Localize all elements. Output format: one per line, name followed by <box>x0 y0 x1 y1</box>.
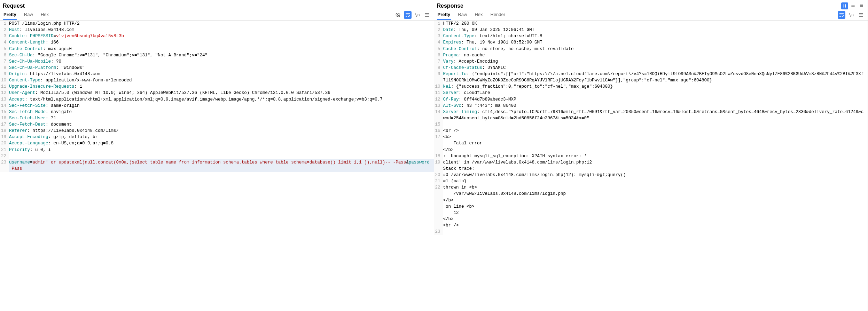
line-content[interactable]: /var/www/livelabs.0x4148.com/lims/login.… <box>443 191 868 197</box>
line-content[interactable]: #1 {main} <box>443 178 868 184</box>
code-line[interactable]: 2Host: livelabs.0x4148.com <box>0 27 434 33</box>
line-content[interactable]: Cf-Cache-Status: DYNAMIC <box>443 65 868 71</box>
code-line[interactable]: 5Cache-Control: no-store, no-cache, must… <box>434 46 868 52</box>
code-line[interactable]: 21Priority: u=0, i <box>0 147 434 153</box>
line-content[interactable]: Content-Length: 166 <box>9 39 434 46</box>
line-content[interactable]: Origin: https://livelabs.0x4148.com <box>9 71 434 77</box>
code-line[interactable]: 22 <box>0 153 434 159</box>
code-line[interactable]: 10Nel: {"success_fraction":0,"report_to"… <box>434 83 868 90</box>
line-content[interactable]: Accept: text/html,application/xhtml+xml,… <box>9 96 434 103</box>
line-content[interactable]: Report-To: {"endpoints":[{"url":"https:\… <box>443 71 868 83</box>
tab-render[interactable]: Render <box>490 10 506 20</box>
code-line[interactable]: 8Cf-Cache-Status: DYNAMIC <box>434 65 868 71</box>
code-line[interactable]: 7Vary: Accept-Encoding <box>434 58 868 65</box>
line-content[interactable]: on line <b> <box>443 204 868 210</box>
code-line[interactable]: 9Report-To: {"endpoints":[{"url":"https:… <box>434 71 868 83</box>
code-line[interactable]: 20Accept-Language: en-US,en;q=0.9,ar;q=0… <box>0 140 434 146</box>
line-content[interactable]: User-Agent: Mozilla/5.0 (Windows NT 10.0… <box>9 90 434 96</box>
wrap-icon[interactable] <box>404 11 412 19</box>
code-line[interactable]: 7Sec-Ch-Ua-Mobile: ?0 <box>0 58 434 65</box>
tab-hex[interactable]: Hex <box>474 10 483 20</box>
code-line[interactable]: 9Origin: https://livelabs.0x4148.com <box>0 71 434 77</box>
line-content[interactable]: Content-Type: application/x-www-form-url… <box>9 77 434 83</box>
equals-button[interactable] <box>850 2 857 9</box>
code-line[interactable]: 1POST /lims/login.php HTTP/2 <box>0 21 434 27</box>
code-line[interactable]: 13Alt-Svc: h3=":443"; ma=86400 <box>434 103 868 109</box>
code-line[interactable]: 1HTTP/2 200 OK <box>434 21 868 27</box>
line-content[interactable] <box>443 121 868 128</box>
code-line[interactable]: <br /> <box>434 222 868 229</box>
code-line[interactable]: /var/www/livelabs.0x4148.com/lims/login.… <box>434 191 868 197</box>
code-line[interactable]: 18Referer: https://livelabs.0x4148.com/l… <box>0 128 434 134</box>
line-content[interactable]: Referer: https://livelabs.0x4148.com/lim… <box>9 128 434 134</box>
response-editor[interactable]: 1HTTP/2 200 OK2Date: Thu, 09 Jan 2025 12… <box>434 21 868 311</box>
line-content[interactable]: <br /> <box>443 128 868 134</box>
code-line[interactable]: 3Content-Type: text/html; charset=UTF-8 <box>434 33 868 39</box>
line-content[interactable]: Cache-Control: no-store, no-cache, must-… <box>443 46 868 52</box>
code-line[interactable]: 17Sec-Fetch-Dest: document <box>0 121 434 128</box>
code-line[interactable]: 14Server-Timing: cfL4;desc="?proto=TCP&r… <box>434 109 868 121</box>
code-line[interactable]: Fatal error <box>434 140 868 146</box>
code-line[interactable]: 6Sec-Ch-Ua: "Google Chrome";v="131", "Ch… <box>0 52 434 58</box>
line-content[interactable]: Accept-Language: en-US,en;q=0.9,ar;q=0.8 <box>9 140 434 146</box>
code-line[interactable]: 12Cf-Ray: 8ff44d7b89abedc3-MXP <box>434 96 868 103</box>
line-content[interactable]: Cf-Ray: 8ff44d7b89abedc3-MXP <box>443 96 868 103</box>
code-line[interactable]: 3Cookie: PHPSESSID=vlvjven6bsndg7kg4val5… <box>0 33 434 39</box>
line-content[interactable]: Content-Type: text/html; charset=UTF-8 <box>443 33 868 39</box>
code-line[interactable]: 23 <box>434 229 868 235</box>
code-line[interactable]: 15Sec-Fetch-Mode: navigate <box>0 109 434 115</box>
code-line[interactable]: 23username=admin' or updatexml(null,conc… <box>0 159 434 172</box>
line-content[interactable]: Date: Thu, 09 Jan 2025 12:06:41 GMT <box>443 27 868 33</box>
tab-raw[interactable]: Raw <box>23 10 34 20</box>
line-content[interactable] <box>443 229 868 235</box>
code-line[interactable]: 11Upgrade-Insecure-Requests: 1 <box>0 83 434 90</box>
line-content[interactable]: POST /lims/login.php HTTP/2 <box>9 21 434 27</box>
line-content[interactable]: <b> <box>443 134 868 140</box>
code-line[interactable]: 16Sec-Fetch-User: ?1 <box>0 115 434 121</box>
code-line[interactable]: 19client' in /var/www/livelabs.0x4148.co… <box>434 159 868 166</box>
line-content[interactable]: Fatal error <box>443 140 868 146</box>
code-line[interactable]: 17<b> <box>434 134 868 140</box>
request-editor[interactable]: 1POST /lims/login.php HTTP/22Host: livel… <box>0 21 434 311</box>
hide-icon[interactable] <box>394 11 402 19</box>
code-line[interactable]: 5Cache-Control: max-age=0 <box>0 46 434 52</box>
code-line[interactable]: 14Sec-Fetch-Site: same-origin <box>0 103 434 109</box>
line-content[interactable]: Priority: u=0, i <box>9 147 434 153</box>
line-content[interactable]: Sec-Ch-Ua-Mobile: ?0 <box>9 58 434 65</box>
code-line[interactable]: 12 <box>434 210 868 216</box>
code-line[interactable]: 20#0 /var/www/livelabs.0x4148.com/lims/l… <box>434 172 868 178</box>
code-line[interactable]: 12User-Agent: Mozilla/5.0 (Windows NT 10… <box>0 90 434 96</box>
code-line[interactable]: 6Pragma: no-cache <box>434 52 868 58</box>
code-line[interactable]: 11Server: cloudflare <box>434 90 868 96</box>
code-line[interactable]: </b> <box>434 147 868 153</box>
line-content[interactable]: Expires: Thu, 19 Nov 1981 08:52:00 GMT <box>443 39 868 46</box>
tab-pretty[interactable]: Pretty <box>3 10 17 20</box>
line-content[interactable]: Pragma: no-cache <box>443 52 868 58</box>
line-content[interactable]: : Uncaught mysqli_sql_exception: XPATH s… <box>443 153 868 159</box>
tab-hex[interactable]: Hex <box>40 10 49 20</box>
tab-raw[interactable]: Raw <box>457 10 468 20</box>
line-content[interactable]: HTTP/2 200 OK <box>443 21 868 27</box>
line-content[interactable]: client' in /var/www/livelabs.0x4148.com/… <box>443 159 868 166</box>
line-content[interactable]: Accept-Encoding: gzip, deflate, br <box>9 134 434 140</box>
line-content[interactable]: </b> <box>443 147 868 153</box>
line-content[interactable]: Sec-Fetch-Dest: document <box>9 121 434 128</box>
tab-pretty[interactable]: Pretty <box>437 10 451 20</box>
code-line[interactable]: Stack trace: <box>434 166 868 172</box>
menu-icon[interactable] <box>857 11 865 19</box>
code-line[interactable]: 22thrown in <b> <box>434 184 868 191</box>
line-content[interactable]: thrown in <b> <box>443 184 868 191</box>
line-content[interactable]: <br /> <box>443 222 868 229</box>
line-content[interactable]: Sec-Fetch-User: ?1 <box>9 115 434 121</box>
line-content[interactable]: Cache-Control: max-age=0 <box>9 46 434 52</box>
line-content[interactable]: Sec-Fetch-Mode: navigate <box>9 109 434 115</box>
code-line[interactable]: on line <b> <box>434 204 868 210</box>
code-line[interactable]: 15 <box>434 121 868 128</box>
code-line[interactable]: 16<br /> <box>434 128 868 134</box>
code-line[interactable]: 10Content-Type: application/x-www-form-u… <box>0 77 434 83</box>
code-line[interactable]: 2Date: Thu, 09 Jan 2025 12:06:41 GMT <box>434 27 868 33</box>
code-line[interactable]: </b> <box>434 197 868 204</box>
line-content[interactable]: Alt-Svc: h3=":443"; ma=86400 <box>443 103 868 109</box>
newline-icon[interactable]: \n <box>414 11 421 19</box>
line-content[interactable] <box>9 153 434 159</box>
